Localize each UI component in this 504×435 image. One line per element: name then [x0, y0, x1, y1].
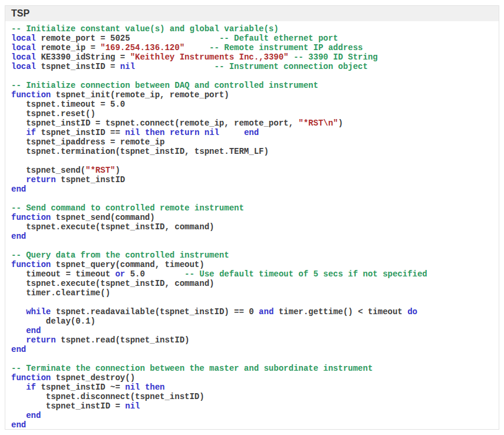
comment-token: -- 3390 ID String — [294, 52, 378, 62]
code-token — [135, 62, 214, 71]
code-line: function tspnet_query(command, timeout) — [11, 260, 493, 269]
comment-token: -- Remote instrument IP address — [209, 43, 363, 52]
code-token — [199, 128, 204, 137]
code-token: tspnet.reset() — [11, 109, 95, 118]
code-line — [11, 241, 493, 251]
code-line: tspnet_ipaddress = remote_ip — [11, 137, 493, 147]
keyword-token: return — [170, 128, 199, 137]
code-line: tspnet.execute(tspnet_instID, command) — [11, 222, 493, 232]
comment-token: -- Initialize constant value(s) and glob… — [11, 24, 279, 34]
code-line: end — [11, 345, 493, 354]
code-line: -- Initialize connection between DAQ and… — [11, 81, 493, 90]
code-line: end — [11, 232, 493, 241]
code-line: return tspnet_instID — [11, 175, 493, 184]
code-line: local remote_ip = "169.254.136.120" -- R… — [11, 43, 493, 52]
keyword-token: local — [11, 34, 36, 43]
code-token: tspnet.timeout = 5.0 — [11, 100, 125, 109]
code-line: tspnet.termination(tspnet_instID, tspnet… — [11, 147, 493, 156]
code-token: tspnet_instID = tspnet.connect(remote_ip… — [11, 118, 298, 128]
code-line: -- Terminate the connection between the … — [11, 364, 493, 373]
code-line: -- Query data from the controlled instru… — [11, 251, 493, 260]
code-line: return tspnet.read(tspnet_instID) — [11, 335, 493, 345]
comment-token: -- Query data from the controlled instru… — [11, 251, 229, 260]
code-token — [11, 383, 26, 392]
code-line: delay(0.1) — [11, 317, 493, 326]
code-block: -- Initialize constant value(s) and glob… — [5, 21, 499, 430]
string-token: "*RST\n" — [298, 118, 338, 128]
keyword-token: nil — [125, 383, 140, 392]
code-token — [140, 383, 144, 392]
code-token: KE3390_idString = — [36, 52, 130, 62]
code-token: tspnet_send( — [11, 166, 85, 175]
code-line: tspnet.timeout = 5.0 — [11, 100, 493, 109]
keyword-token: and — [259, 307, 274, 317]
keyword-token: while — [26, 307, 51, 317]
code-language-header: TSP — [5, 6, 499, 21]
code-line: function tspnet_send(command) — [11, 213, 493, 222]
code-line — [11, 156, 493, 166]
code-token: remote_port = 5025 — [36, 34, 219, 43]
code-token: remote_ip = — [36, 43, 100, 52]
code-snippet-box: TSP -- Initialize constant value(s) and … — [5, 5, 499, 430]
keyword-token: function — [11, 260, 51, 269]
comment-token: -- Initialize connection between DAQ and… — [11, 81, 318, 90]
comment-token: -- Send command to controlled remote ins… — [11, 203, 244, 213]
keyword-token: if — [26, 383, 36, 392]
keyword-token: nil — [205, 128, 219, 137]
comment-token: -- Use default timeout of 5 secs if not … — [185, 269, 427, 279]
code-token — [140, 128, 144, 137]
code-line: if tspnet_instID == nil then return nil … — [11, 128, 493, 137]
code-token: tspnet_init(remote_ip, remote_port) — [51, 90, 229, 100]
keyword-token: local — [11, 43, 36, 52]
code-token: tspnet.disconnect(tspnet_instID) — [11, 392, 205, 401]
code-token: tspnet.read(tspnet_instID) — [56, 335, 190, 345]
code-token — [11, 307, 26, 317]
keyword-token: nil — [125, 128, 140, 137]
string-token: "169.254.136.120" — [100, 43, 185, 52]
keyword-token: return — [26, 335, 55, 345]
string-token: "*RST" — [85, 166, 115, 175]
code-line: tspnet.disconnect(tspnet_instID) — [11, 392, 493, 401]
keyword-token: or — [115, 269, 125, 279]
code-token: 5.0 — [125, 269, 185, 279]
code-token: tspnet_instID = — [36, 62, 120, 71]
code-line: end — [11, 184, 493, 194]
keyword-token: nil — [125, 401, 140, 411]
code-line: tspnet_instID = nil — [11, 401, 493, 411]
code-line: if tspnet_instID ~= nil then — [11, 383, 493, 392]
code-line: tspnet_send("*RST") — [11, 166, 493, 175]
code-token: tspnet.termination(tspnet_instID, tspnet… — [11, 147, 269, 156]
code-line: tspnet.reset() — [11, 109, 493, 118]
code-token: tspnet_destroy() — [51, 373, 135, 383]
code-line: -- Initialize constant value(s) and glob… — [11, 24, 493, 34]
code-token: tspnet_send(command) — [51, 213, 154, 222]
code-token — [11, 175, 26, 184]
keyword-token: end — [11, 232, 26, 241]
code-token: tspnet_instID ~= — [36, 383, 125, 392]
code-token: tspnet_query(command, timeout) — [51, 260, 204, 269]
code-line: tspnet.execute(tspnet_instID, command) — [11, 279, 493, 288]
code-token: ) — [338, 118, 343, 128]
comment-token: -- Instrument connection object — [214, 62, 367, 71]
keyword-token: do — [407, 307, 417, 317]
keyword-token: if — [26, 128, 36, 137]
keyword-token: end — [26, 326, 41, 335]
code-token: timer.gettime() < timeout — [274, 307, 407, 317]
keyword-token: function — [11, 90, 51, 100]
code-token — [11, 128, 26, 137]
code-line — [11, 194, 493, 203]
code-line: while tspnet.readavailable(tspnet_instID… — [11, 307, 493, 317]
keyword-token: nil — [120, 62, 135, 71]
code-token — [11, 335, 26, 345]
keyword-token: local — [11, 62, 36, 71]
code-token — [185, 43, 209, 52]
string-token: "Keithley Instruments Inc.,3390" — [130, 52, 289, 62]
keyword-token: return — [26, 175, 55, 184]
code-token: tspnet_instID — [56, 175, 126, 184]
keyword-token: end — [244, 128, 259, 137]
code-line — [11, 71, 493, 81]
keyword-token: local — [11, 52, 36, 62]
keyword-token: end — [11, 184, 26, 194]
code-token — [165, 128, 170, 137]
code-line: end — [11, 411, 493, 420]
